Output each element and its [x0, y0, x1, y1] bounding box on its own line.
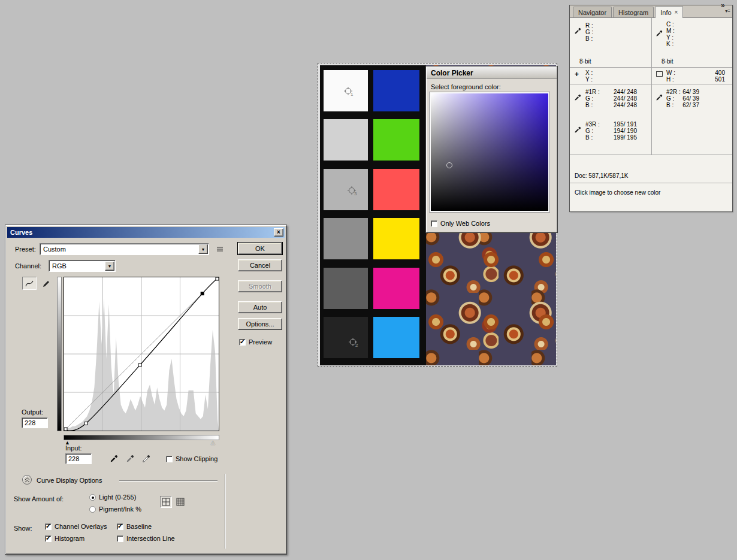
simple-grid-button[interactable] — [160, 496, 172, 508]
light-radio[interactable] — [89, 494, 96, 501]
edit-points-tool-button[interactable] — [22, 277, 37, 290]
patch-gray-6[interactable] — [324, 317, 368, 358]
intersection-line-checkbox[interactable] — [117, 535, 123, 542]
color-sampler-3[interactable]: 3 — [348, 186, 356, 195]
grid-coarse-icon — [162, 498, 170, 506]
pigment-radio-row[interactable]: Pigment/Ink % — [89, 505, 141, 513]
curves-titlebar[interactable]: Curves × — [7, 227, 285, 238]
curve-point-4[interactable] — [216, 277, 219, 280]
color-sampler-2[interactable]: 2 — [349, 338, 357, 346]
tab-info[interactable]: Info × — [655, 6, 683, 18]
patch-gray-2[interactable] — [324, 119, 368, 161]
tab-close-icon[interactable]: × — [675, 9, 678, 16]
patch-color-3[interactable] — [373, 169, 419, 210]
patch-color-6[interactable] — [373, 317, 419, 358]
tab-navigator[interactable]: Navigator — [573, 7, 612, 17]
color-sampler-1[interactable]: 1 — [344, 87, 352, 95]
preview-checkbox[interactable]: ✓ — [239, 339, 246, 346]
chevron-down-icon[interactable]: ▼ — [198, 244, 208, 254]
output-field[interactable]: 228 — [22, 417, 48, 428]
channel-label: Channel: — [15, 262, 41, 270]
cursor-position-icon: + — [575, 70, 579, 78]
curve-graph[interactable] — [64, 277, 219, 431]
only-web-colors-label: Only Web Colors — [440, 220, 490, 227]
patch-gray-4[interactable] — [324, 218, 368, 259]
w-value: 400 — [715, 69, 725, 76]
info-line: G :64/ 39 — [666, 95, 699, 102]
baseline-checkbox[interactable]: ✓ — [117, 523, 123, 530]
pigment-radio[interactable] — [89, 506, 96, 513]
info-line: G : — [585, 29, 637, 35]
channel-value: RGB — [52, 262, 67, 270]
info-line: M : — [666, 28, 699, 34]
detailed-grid-button[interactable] — [174, 496, 186, 508]
preset-dropdown[interactable]: Custom ▼ — [40, 243, 209, 255]
patch-gray-5[interactable] — [324, 268, 368, 309]
sampler-3-section: #3R :195/ 191G :194/ 190B :199/ 195 — [570, 117, 732, 155]
patch-color-2[interactable] — [373, 119, 419, 161]
curve-point-0[interactable] — [64, 428, 67, 431]
show-amount-label: Show Amount of: — [14, 495, 64, 503]
only-web-colors-row[interactable]: Only Web Colors — [431, 220, 490, 227]
info-line: B :199/ 195 — [585, 134, 637, 141]
check-icon: ✓ — [46, 534, 51, 542]
light-radio-row[interactable]: Light (0-255) — [89, 494, 136, 501]
curve-point-3[interactable] — [201, 292, 204, 295]
options-button[interactable]: Options... — [238, 318, 282, 330]
channel-overlays-row[interactable]: ✓ Channel Overlays — [45, 523, 107, 530]
close-icon[interactable]: × — [274, 228, 283, 237]
color-readout-section: R :G :B : 8-bit C :M :Y :K : 8-bit — [570, 18, 732, 68]
preset-menu-button[interactable] — [214, 244, 226, 255]
show-clipping-checkbox[interactable] — [166, 456, 173, 462]
white-point-eyedropper-button[interactable] — [140, 452, 153, 465]
curve-point-1[interactable] — [84, 422, 87, 425]
dimensions-icon — [656, 71, 663, 77]
only-web-colors-checkbox[interactable] — [431, 220, 437, 227]
color-chart-image[interactable]: 1 3 2 — [320, 65, 426, 365]
info-line: K : — [666, 41, 699, 47]
curve-point-2[interactable] — [138, 364, 141, 367]
collapse-section-button[interactable] — [22, 475, 32, 485]
color-picker-titlebar[interactable]: Color Picker — [427, 67, 557, 79]
panel-tab-bar: Navigator Histogram Info × ▾≡ — [570, 5, 732, 18]
chevron-down-icon[interactable]: ▼ — [105, 261, 114, 271]
eyedropper-icon — [574, 28, 581, 36]
eyedropper-white-icon — [142, 455, 150, 463]
pigment-label: Pigment/Ink % — [99, 505, 141, 513]
patch-color-1[interactable] — [373, 70, 419, 111]
gray-point-eyedropper-button[interactable] — [123, 452, 137, 465]
patch-gray-3[interactable] — [324, 169, 368, 210]
info-line: R : — [585, 22, 637, 29]
panel-menu-icon[interactable]: ▾≡ — [725, 8, 730, 14]
tab-histogram[interactable]: Histogram — [613, 7, 654, 17]
ok-button[interactable]: OK — [238, 243, 282, 255]
channel-dropdown[interactable]: RGB ▼ — [49, 260, 116, 272]
y-label: Y : — [585, 76, 593, 83]
white-point-slider[interactable]: △ — [211, 440, 215, 446]
show-clipping-row[interactable]: Show Clipping — [166, 455, 218, 462]
eyedropper-icon — [656, 30, 663, 38]
saturation-brightness-field[interactable] — [431, 93, 548, 211]
intersection-line-row[interactable]: Intersection Line — [117, 535, 175, 542]
input-field[interactable]: 228 — [65, 453, 92, 464]
histogram-checkbox[interactable]: ✓ — [45, 535, 52, 542]
cancel-button[interactable]: Cancel — [238, 259, 282, 271]
patch-color-5[interactable] — [373, 268, 419, 309]
tab-label: Info — [660, 9, 671, 16]
channel-overlays-checkbox[interactable]: ✓ — [45, 523, 52, 530]
auto-button[interactable]: Auto — [238, 301, 282, 313]
histogram-row[interactable]: ✓ Histogram — [45, 535, 84, 542]
curves-dialog: Curves × Preset: Custom ▼ OK Channel: RG… — [5, 225, 287, 555]
baseline-row[interactable]: ✓ Baseline — [117, 523, 152, 530]
input-gradient-strip — [64, 435, 219, 440]
color-field-marker[interactable] — [446, 162, 452, 168]
draw-curve-tool-button[interactable] — [39, 277, 53, 290]
tab-label: Navigator — [578, 9, 606, 16]
sampler-1-2-section: #1R :244/ 248G :244/ 248B :244/ 248 #2R … — [570, 84, 732, 117]
list-icon — [216, 246, 223, 252]
patch-color-4[interactable] — [373, 218, 419, 259]
collapse-panels-icon[interactable]: » — [721, 1, 724, 10]
show-clipping-label: Show Clipping — [176, 455, 218, 462]
preview-row[interactable]: ✓ Preview — [239, 338, 272, 346]
black-point-eyedropper-button[interactable] — [107, 452, 120, 465]
